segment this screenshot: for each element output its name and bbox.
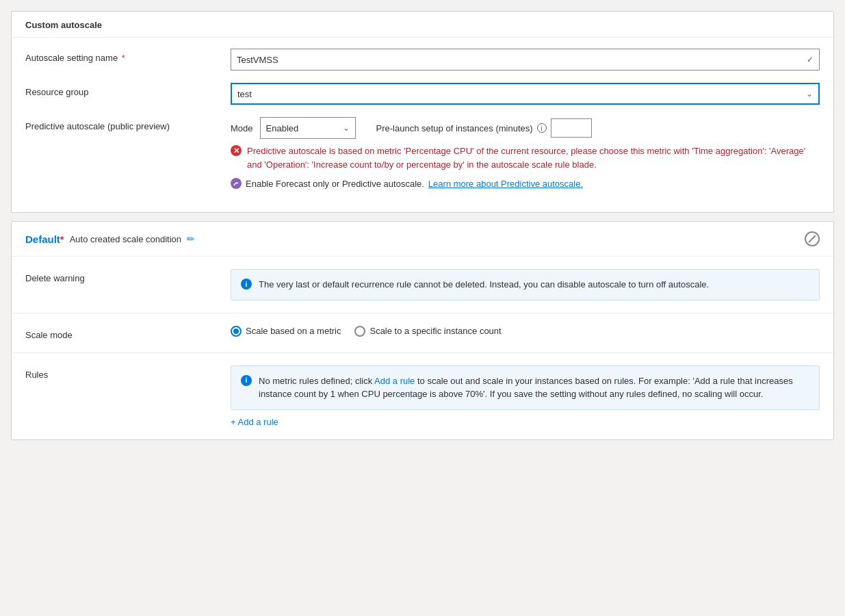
rules-label: Rules <box>25 365 231 380</box>
disable-icon[interactable] <box>805 231 820 246</box>
default-label: Default* <box>25 233 64 245</box>
section2-subtitle: Auto created scale condition <box>70 234 181 244</box>
predictive-control-area: Mode Enabled ⌄ Pre-launch setup of insta… <box>231 117 820 189</box>
resource-group-label: Resource group <box>25 83 231 97</box>
rules-area: i No metric rules defined; click Add a r… <box>231 365 820 427</box>
section2-title-area: Default* Auto created scale condition ✏ <box>25 233 195 245</box>
scale-metric-label: Scale based on a metric <box>246 326 341 336</box>
forecast-link[interactable]: Learn more about Predictive autoscale. <box>428 179 583 189</box>
error-icon: ✕ <box>231 145 242 156</box>
scale-metric-radio[interactable] <box>231 326 242 337</box>
default-section-card: Default* Auto created scale condition ✏ … <box>11 221 834 440</box>
scale-metric-option[interactable]: Scale based on a metric <box>231 326 341 337</box>
chevron-down-icon: ✓ <box>807 55 814 64</box>
prelaunch-area: Pre-launch setup of instances (minutes) … <box>376 118 592 138</box>
prelaunch-label: Pre-launch setup of instances (minutes) <box>376 123 533 133</box>
scale-instance-radio[interactable] <box>354 326 365 337</box>
forecast-text: Enable Forecast only or Predictive autos… <box>246 179 424 189</box>
autoscale-name-label: Autoscale setting name * <box>25 49 231 63</box>
section2-header: Default* Auto created scale condition ✏ <box>12 222 833 257</box>
edit-icon[interactable]: ✏ <box>187 233 195 244</box>
error-text: Predictive autoscale is based on metric … <box>247 144 820 171</box>
add-rule-inline-link[interactable]: Add a rule <box>374 376 415 386</box>
resource-group-dropdown[interactable]: test ⌄ <box>231 83 820 105</box>
autoscale-name-control: TestVMSS ✓ <box>231 49 820 70</box>
card-title: Custom autoscale <box>12 12 833 38</box>
required-star: * <box>119 53 125 63</box>
info-banner-icon: i <box>241 279 252 290</box>
predictive-autoscale-label: Predictive autoscale (public preview) <box>25 117 231 131</box>
add-rule-link[interactable]: + Add a rule <box>231 417 820 427</box>
chevron-down-icon: ⌄ <box>806 89 813 99</box>
delete-warning-banner: i The very last or default recurrence ru… <box>231 269 820 300</box>
rules-info-text: No metric rules defined; click Add a rul… <box>259 374 809 401</box>
form-section: Autoscale setting name * TestVMSS ✓ Reso… <box>12 38 833 212</box>
form-section2: Delete warning i The very last or defaul… <box>12 257 833 439</box>
delete-warning-control: i The very last or default recurrence ru… <box>231 269 820 300</box>
scale-instance-option[interactable]: Scale to a specific instance count <box>354 326 501 337</box>
scale-mode-label: Scale mode <box>25 326 231 340</box>
error-block: ✕ Predictive autoscale is based on metri… <box>231 144 820 171</box>
rules-control: i No metric rules defined; click Add a r… <box>231 365 820 427</box>
resource-group-row: Resource group test ⌄ <box>25 83 820 105</box>
forecast-row: Enable Forecast only or Predictive autos… <box>231 178 820 189</box>
delete-warning-label: Delete warning <box>25 269 231 283</box>
rules-info-icon: i <box>241 375 252 386</box>
radio-inner <box>233 329 239 334</box>
scale-instance-label: Scale to a specific instance count <box>369 326 501 336</box>
predictive-autoscale-row: Predictive autoscale (public preview) Mo… <box>25 117 820 189</box>
resource-group-control: test ⌄ <box>231 83 820 105</box>
custom-autoscale-card: Custom autoscale Autoscale setting name … <box>11 11 834 213</box>
delete-warning-text: The very last or default recurrence rule… <box>259 278 709 292</box>
mode-area: Mode Enabled ⌄ Pre-launch setup of insta… <box>231 117 820 139</box>
autoscale-name-dropdown[interactable]: TestVMSS ✓ <box>231 49 820 70</box>
info-icon[interactable]: i <box>537 123 547 133</box>
scale-mode-control: Scale based on a metric Scale to a speci… <box>231 326 820 337</box>
autoscale-name-row: Autoscale setting name * TestVMSS ✓ <box>25 49 820 70</box>
delete-warning-row: Delete warning i The very last or defaul… <box>12 257 833 313</box>
rules-row: Rules i No metric rules defined; click A… <box>12 353 833 439</box>
scale-mode-radio-group: Scale based on a metric Scale to a speci… <box>231 326 820 337</box>
mode-dropdown[interactable]: Enabled ⌄ <box>260 117 356 139</box>
mode-label: Mode <box>231 123 253 133</box>
rules-info-banner: i No metric rules defined; click Add a r… <box>231 365 820 410</box>
forecast-icon <box>231 178 242 189</box>
scale-mode-row: Scale mode Scale based on a metric Scale… <box>12 313 833 353</box>
chevron-down-icon: ⌄ <box>343 123 350 133</box>
prelaunch-input[interactable] <box>551 118 592 138</box>
